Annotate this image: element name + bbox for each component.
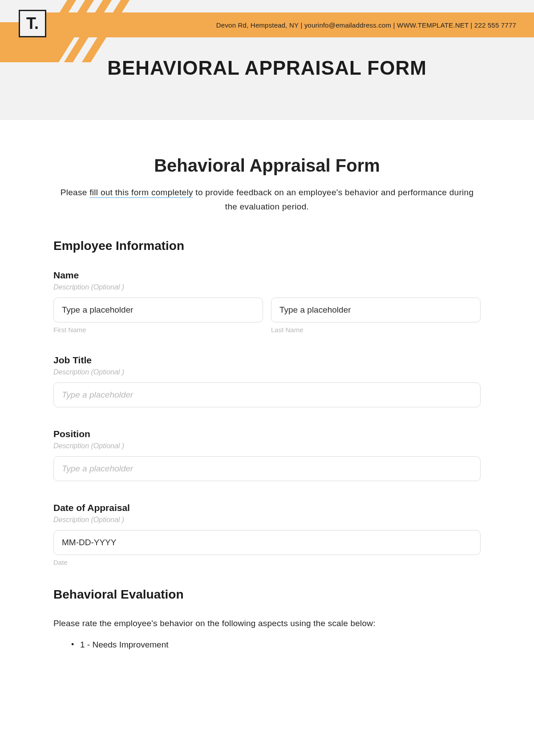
last-name-sublabel: Last Name bbox=[271, 326, 481, 334]
rating-scale-list: 1 - Needs Improvement bbox=[53, 640, 481, 650]
contact-text: Devon Rd, Hempstead, NY | yourinfo@email… bbox=[216, 21, 516, 29]
job-title-label: Job Title bbox=[53, 355, 481, 366]
field-date-appraisal: Date of Appraisal Description (Optional … bbox=[53, 503, 481, 566]
contact-bar: Devon Rd, Hempstead, NY | yourinfo@email… bbox=[44, 12, 534, 37]
name-description: Description (Optional ) bbox=[53, 283, 481, 291]
scale-item: 1 - Needs Improvement bbox=[80, 640, 481, 650]
logo-text: T. bbox=[26, 14, 39, 33]
intro-prefix: Please bbox=[61, 188, 89, 197]
position-input[interactable] bbox=[53, 456, 481, 481]
banner-title: BEHAVIORAL APPRAISAL FORM bbox=[0, 57, 534, 79]
field-position: Position Description (Optional ) bbox=[53, 429, 481, 481]
header-banner: Devon Rd, Hempstead, NY | yourinfo@email… bbox=[0, 0, 534, 120]
intro-link[interactable]: fill out this form completely bbox=[89, 188, 193, 198]
date-label: Date of Appraisal bbox=[53, 503, 481, 513]
form-intro: Please fill out this form completely to … bbox=[53, 185, 481, 214]
first-name-input[interactable] bbox=[53, 298, 263, 322]
logo: T. bbox=[19, 10, 46, 37]
job-title-description: Description (Optional ) bbox=[53, 368, 481, 376]
position-label: Position bbox=[53, 429, 481, 439]
date-input[interactable] bbox=[53, 530, 481, 555]
field-name: Name Description (Optional ) First Name … bbox=[53, 270, 481, 334]
section-behavioral-evaluation: Behavioral Evaluation bbox=[53, 587, 481, 602]
first-name-sublabel: First Name bbox=[53, 326, 263, 334]
intro-suffix: to provide feedback on an employee's beh… bbox=[193, 188, 474, 211]
date-description: Description (Optional ) bbox=[53, 516, 481, 524]
form-title: Behavioral Appraisal Form bbox=[53, 156, 481, 176]
evaluation-intro: Please rate the employee's behavior on t… bbox=[53, 619, 481, 628]
form-content: Behavioral Appraisal Form Please fill ou… bbox=[0, 120, 534, 672]
position-description: Description (Optional ) bbox=[53, 442, 481, 450]
job-title-input[interactable] bbox=[53, 382, 481, 407]
name-label: Name bbox=[53, 270, 481, 281]
date-sublabel: Date bbox=[53, 559, 481, 566]
section-employee-info: Employee Information bbox=[53, 239, 481, 253]
field-job-title: Job Title Description (Optional ) bbox=[53, 355, 481, 407]
last-name-input[interactable] bbox=[271, 298, 481, 322]
